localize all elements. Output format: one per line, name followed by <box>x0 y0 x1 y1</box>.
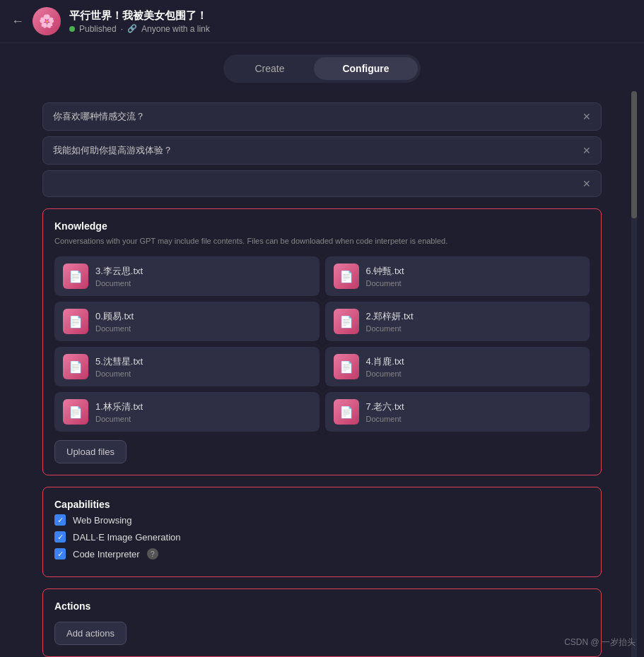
upload-files-button[interactable]: Upload files <box>54 440 127 463</box>
checkbox-dalle[interactable]: ✓ <box>54 531 66 543</box>
status-dot <box>69 26 75 32</box>
file-icon-5: 📄 <box>334 354 359 379</box>
file-name-2: 0.顾易.txt <box>95 310 311 323</box>
prompt-text-1: 我能如何助你提高游戏体验？ <box>53 144 577 157</box>
file-item-7[interactable]: 📄 7.老六.txt Document <box>325 392 590 432</box>
file-type-6: Document <box>95 415 311 423</box>
file-type-2: Document <box>95 324 311 333</box>
tabs: Create Configure <box>223 54 420 83</box>
prompt-close-2[interactable]: ✕ <box>582 178 591 189</box>
status-label: Published <box>79 24 117 34</box>
file-info-3: 2.郑梓妍.txt Document <box>366 310 582 333</box>
file-info-5: 4.肖鹿.txt Document <box>366 355 582 378</box>
capability-row-0: ✓ Web Browsing <box>54 514 590 526</box>
capabilities-title: Capabilities <box>54 499 590 510</box>
file-info-6: 1.林乐清.txt Document <box>95 401 311 423</box>
tab-create[interactable]: Create <box>226 57 312 80</box>
capability-label-1: DALL·E Image Generation <box>73 532 180 543</box>
file-icon-4: 📄 <box>63 354 88 379</box>
header-info: 平行世界！我被美女包围了！ Published · 🔗 Anyone with … <box>69 9 633 34</box>
actions-section: Actions Add actions <box>42 588 602 657</box>
prompt-close-0[interactable]: ✕ <box>582 111 591 122</box>
prompt-close-1[interactable]: ✕ <box>582 145 591 156</box>
file-info-4: 5.沈彗星.txt Document <box>95 355 311 378</box>
file-item-6[interactable]: 📄 1.林乐清.txt Document <box>54 392 320 432</box>
file-name-5: 4.肖鹿.txt <box>366 355 582 368</box>
scrollbar-thumb[interactable] <box>631 91 637 218</box>
file-icon-1: 📄 <box>334 264 359 289</box>
file-item-2[interactable]: 📄 0.顾易.txt Document <box>54 302 320 341</box>
help-icon[interactable]: ? <box>147 548 158 560</box>
files-grid: 📄 3.李云思.txt Document 📄 6.钟甄.txt Document… <box>54 256 590 432</box>
file-item-1[interactable]: 📄 6.钟甄.txt Document <box>325 256 590 296</box>
file-icon-7: 📄 <box>334 399 359 425</box>
file-icon-3: 📄 <box>334 309 359 334</box>
file-icon-0: 📄 <box>63 264 88 289</box>
file-name-3: 2.郑梓妍.txt <box>366 310 582 323</box>
capability-label-2: Code Interpreter <box>73 549 140 560</box>
tab-configure[interactable]: Configure <box>314 57 417 80</box>
file-info-1: 6.钟甄.txt Document <box>366 265 582 288</box>
file-item-0[interactable]: 📄 3.李云思.txt Document <box>54 256 320 296</box>
file-name-0: 3.李云思.txt <box>95 265 311 278</box>
file-type-4: Document <box>95 369 311 378</box>
file-info-7: 7.老六.txt Document <box>366 401 582 423</box>
capability-row-1: ✓ DALL·E Image Generation <box>54 531 590 543</box>
knowledge-desc: Conversations with your GPT may include … <box>54 236 590 247</box>
prompt-row-0: 你喜欢哪种情感交流？ ✕ <box>42 102 602 131</box>
file-type-1: Document <box>366 279 582 288</box>
file-name-7: 7.老六.txt <box>366 401 582 413</box>
file-info-2: 0.顾易.txt Document <box>95 310 311 333</box>
avatar-emoji: 🌸 <box>39 13 54 29</box>
watermark: CSDN @ 一岁抬头 <box>564 637 636 649</box>
actions-title: Actions <box>54 600 590 612</box>
file-name-1: 6.钟甄.txt <box>366 265 582 278</box>
header-meta: Published · 🔗 Anyone with a link <box>69 24 633 34</box>
file-type-5: Document <box>366 369 582 378</box>
link-icon: 🔗 <box>127 24 137 33</box>
checkbox-code-interpreter[interactable]: ✓ <box>54 548 66 560</box>
tabs-container: Create Configure <box>0 43 644 91</box>
capability-row-2: ✓ Code Interpreter ? <box>54 548 590 560</box>
file-icon-2: 📄 <box>63 309 88 334</box>
file-item-4[interactable]: 📄 5.沈彗星.txt Document <box>54 347 320 386</box>
knowledge-section: Knowledge Conversations with your GPT ma… <box>42 208 602 475</box>
page-title: 平行世界！我被美女包围了！ <box>69 9 633 23</box>
add-actions-button[interactable]: Add actions <box>54 622 127 645</box>
header: ← 🌸 平行世界！我被美女包围了！ Published · 🔗 Anyone w… <box>0 0 644 43</box>
capabilities-section: Capabilities ✓ Web Browsing ✓ DALL·E Ima… <box>42 487 602 577</box>
file-name-6: 1.林乐清.txt <box>95 401 311 413</box>
prompt-row-1: 我能如何助你提高游戏体验？ ✕ <box>42 136 602 165</box>
capability-label-0: Web Browsing <box>73 515 132 526</box>
knowledge-title: Knowledge <box>54 220 590 232</box>
prompt-text-0: 你喜欢哪种情感交流？ <box>53 110 577 123</box>
visibility-label: Anyone with a link <box>141 24 210 34</box>
avatar: 🌸 <box>33 7 61 35</box>
file-item-3[interactable]: 📄 2.郑梓妍.txt Document <box>325 302 590 341</box>
dot-separator: · <box>121 24 123 34</box>
file-icon-6: 📄 <box>63 399 88 425</box>
file-item-5[interactable]: 📄 4.肖鹿.txt Document <box>325 347 590 386</box>
file-info-0: 3.李云思.txt Document <box>95 265 311 288</box>
file-type-7: Document <box>366 415 582 423</box>
file-type-0: Document <box>95 279 311 288</box>
scrollbar[interactable] <box>631 91 637 657</box>
file-type-3: Document <box>366 324 582 333</box>
main-content: 你喜欢哪种情感交流？ ✕ 我能如何助你提高游戏体验？ ✕ ✕ Knowledge… <box>0 91 644 657</box>
file-name-4: 5.沈彗星.txt <box>95 355 311 368</box>
back-button[interactable]: ← <box>11 14 24 29</box>
prompts-section: 你喜欢哪种情感交流？ ✕ 我能如何助你提高游戏体验？ ✕ ✕ <box>42 91 602 208</box>
prompt-row-2[interactable]: ✕ <box>42 170 602 197</box>
checkbox-web-browsing[interactable]: ✓ <box>54 514 66 526</box>
